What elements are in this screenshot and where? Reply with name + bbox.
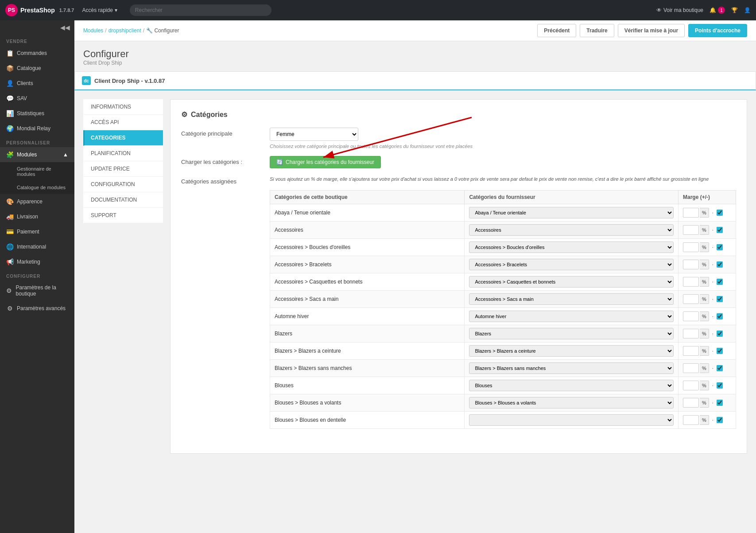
sidebar-item-mondial-relay[interactable]: 🌍 Mondial Relay: [0, 121, 74, 136]
marge-input[interactable]: [683, 311, 699, 321]
account-button[interactable]: 👤: [744, 7, 751, 13]
version-label: 1.7.8.7: [59, 8, 74, 13]
marge-input[interactable]: [683, 363, 699, 373]
marge-percent-label: %: [700, 242, 709, 252]
menu-item-planification[interactable]: PLANIFICATION: [83, 146, 163, 161]
supplier-category-cell[interactable]: Blouses > Blouses a volants: [465, 394, 678, 411]
marge-checkbox[interactable]: [717, 365, 723, 371]
marge-input[interactable]: [683, 415, 699, 425]
sidebar-item-gestionnaire-modules[interactable]: Gestionnaire de modules: [0, 162, 74, 181]
notifications-button[interactable]: 🔔 1: [709, 7, 725, 14]
menu-item-update-price[interactable]: UPDATE PRICE: [83, 161, 163, 177]
marge-input[interactable]: [683, 294, 699, 304]
supplier-category-select[interactable]: Blazers: [469, 328, 674, 339]
marge-input[interactable]: [683, 242, 699, 252]
points-accroche-button[interactable]: Points d'accroche: [688, 24, 747, 37]
marge-checkbox[interactable]: [717, 261, 723, 268]
sidebar-item-sav[interactable]: 💬 SAV: [0, 91, 74, 106]
supplier-category-cell[interactable]: Automne hiver: [465, 307, 678, 325]
sidebar-item-commandes[interactable]: 📋 Commandes: [0, 46, 74, 61]
header-actions: Précédent Traduire Vérifier la mise à jo…: [537, 24, 747, 37]
sidebar-item-modules[interactable]: 🧩 Modules ▲: [0, 147, 74, 162]
supplier-category-select[interactable]: Blouses > Blouses a volants: [469, 397, 674, 409]
voir-boutique-link[interactable]: 👁 Voir ma boutique: [656, 7, 703, 13]
sidebar-collapse-button[interactable]: ◀◀: [0, 20, 74, 35]
shop-category-cell: Blazers: [270, 325, 465, 342]
verifier-button[interactable]: Vérifier la mise à jour: [618, 24, 685, 37]
sidebar-item-livraison[interactable]: 🚚 Livraison: [0, 209, 74, 224]
marge-input[interactable]: [683, 208, 699, 218]
marge-input[interactable]: [683, 398, 699, 408]
supplier-category-cell[interactable]: Accessoires > Casquettes et bonnets: [465, 273, 678, 290]
supplier-category-select[interactable]: Blazers > Blazers sans manches: [469, 362, 674, 374]
module-menu: INFORMATIONS ACCÈS API CATEGORIES PLANIF…: [83, 99, 163, 454]
marge-checkbox[interactable]: [717, 313, 723, 319]
supplier-category-select[interactable]: Accessoires > Bracelets: [469, 259, 674, 270]
menu-item-informations[interactable]: INFORMATIONS: [83, 99, 163, 115]
marge-input[interactable]: [683, 225, 699, 235]
sidebar: ◀◀ VENDRE 📋 Commandes 📦 Catalogue 👤 Clie…: [0, 20, 74, 463]
supplier-category-select[interactable]: Automne hiver: [469, 311, 674, 322]
marge-checkbox[interactable]: [717, 348, 723, 354]
marge-checkbox[interactable]: [717, 227, 723, 233]
marge-input[interactable]: [683, 260, 699, 269]
supplier-category-select[interactable]: Blazers > Blazers a ceinture: [469, 345, 674, 357]
supplier-category-cell[interactable]: [465, 411, 678, 428]
marge-checkbox[interactable]: [717, 331, 723, 337]
sidebar-item-marketing[interactable]: 📢 Marketing: [0, 254, 74, 269]
marge-checkbox[interactable]: [717, 210, 723, 216]
marge-checkbox[interactable]: [717, 244, 723, 250]
breadcrumb-modules[interactable]: Modules: [83, 27, 103, 34]
supplier-category-cell[interactable]: Blazers > Blazers a ceinture: [465, 342, 678, 359]
breadcrumb: Modules / dropshipclient / 🔧 Configurer: [83, 27, 179, 34]
trophy-button[interactable]: 🏆: [731, 7, 738, 13]
supplier-category-cell[interactable]: Accessoires > Bracelets: [465, 256, 678, 273]
marge-input[interactable]: [683, 329, 699, 338]
supplier-category-select[interactable]: [469, 414, 674, 426]
sidebar-item-parametres-avances[interactable]: ⚙ Paramètres avancés: [0, 301, 74, 316]
supplier-category-select[interactable]: Accessoires > Sacs a main: [469, 293, 674, 305]
menu-item-acces-api[interactable]: ACCÈS API: [83, 115, 163, 130]
traduire-button[interactable]: Traduire: [580, 24, 614, 37]
sidebar-item-paiement[interactable]: 💳 Paiement: [0, 224, 74, 239]
sidebar-item-parametres-boutique[interactable]: ⚙ Paramètres de la boutique: [0, 280, 74, 301]
marge-percent-label: %: [700, 294, 709, 304]
supplier-category-select[interactable]: Accessoires > Boucles d'oreilles: [469, 241, 674, 253]
supplier-category-cell[interactable]: Blouses: [465, 377, 678, 394]
supplier-category-cell[interactable]: Abaya / Tenue orientale: [465, 204, 678, 221]
marge-input[interactable]: [683, 381, 699, 390]
sidebar-item-catalogue-modules[interactable]: Catalogue de modules: [0, 181, 74, 194]
breadcrumb-dropshipclient[interactable]: dropshipclient: [109, 27, 141, 34]
sidebar-item-catalogue[interactable]: 📦 Catalogue: [0, 61, 74, 76]
sidebar-item-apparence[interactable]: 🎨 Apparence: [0, 194, 74, 209]
menu-item-support[interactable]: SUPPORT: [83, 208, 163, 223]
supplier-category-cell[interactable]: Accessoires: [465, 221, 678, 238]
marge-input[interactable]: [683, 277, 699, 287]
supplier-category-select[interactable]: Blouses: [469, 380, 674, 391]
menu-item-documentation[interactable]: DOCUMENTATION: [83, 192, 163, 208]
sidebar-item-statistiques[interactable]: 📊 Statistiques: [0, 106, 74, 121]
supplier-category-cell[interactable]: Blazers > Blazers sans manches: [465, 359, 678, 377]
supplier-category-cell[interactable]: Accessoires > Boucles d'oreilles: [465, 238, 678, 256]
marge-input[interactable]: [683, 346, 699, 356]
supplier-category-select[interactable]: Accessoires > Casquettes et bonnets: [469, 276, 674, 288]
menu-item-categories[interactable]: CATEGORIES: [83, 130, 163, 146]
marge-checkbox[interactable]: [717, 400, 723, 406]
supplier-category-cell[interactable]: Blazers: [465, 325, 678, 342]
charger-categories-button[interactable]: 🔄 Charger les catégories du fournisseur: [270, 156, 381, 168]
menu-item-configuration[interactable]: CONFIGURATION: [83, 177, 163, 192]
marge-checkbox[interactable]: [717, 382, 723, 389]
supplier-category-cell[interactable]: Accessoires > Sacs a main: [465, 290, 678, 307]
precedent-button[interactable]: Précédent: [537, 24, 576, 37]
search-input[interactable]: [130, 4, 271, 16]
categorie-principale-select[interactable]: Femme Homme Enfant Accessoires: [270, 128, 358, 141]
sidebar-item-clients[interactable]: 👤 Clients: [0, 76, 74, 91]
supplier-category-select[interactable]: Accessoires: [469, 224, 674, 236]
supplier-category-select[interactable]: Abaya / Tenue orientale: [469, 207, 674, 218]
marge-dot: ·: [710, 416, 716, 424]
acces-rapide-button[interactable]: Accès rapide ▾: [78, 5, 120, 15]
marge-checkbox[interactable]: [717, 279, 723, 285]
marge-checkbox[interactable]: [717, 296, 723, 302]
marge-checkbox[interactable]: [717, 417, 723, 423]
sidebar-item-international[interactable]: 🌐 International: [0, 239, 74, 254]
